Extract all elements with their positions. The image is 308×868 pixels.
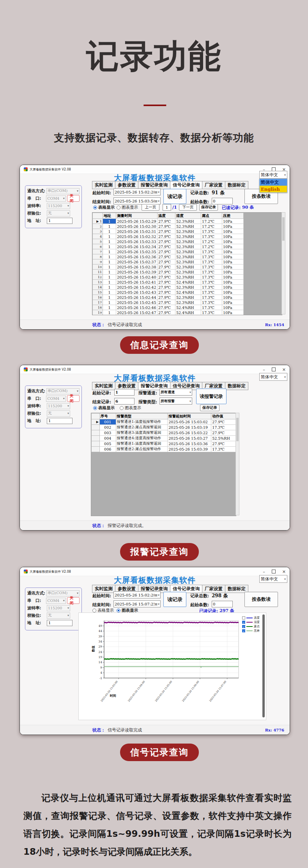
tab-实时监测[interactable]: 实时监测 — [92, 181, 115, 189]
language-select[interactable]: 简体中文 ▾ — [259, 373, 287, 381]
legend-checkbox[interactable]: ✓ — [242, 625, 245, 628]
table-row[interactable]: ▶ 001报警通道1:温度低报警动作2025-05-26 15:03:0227.… — [92, 419, 236, 425]
read-records-button[interactable]: 读记录 — [163, 189, 186, 204]
table-scrollbar[interactable] — [235, 413, 239, 515]
start-time-input[interactable]: 2025-05-26 15:02:28▦▾ — [113, 188, 161, 195]
alarm-type-select[interactable]: 所有报警▾ — [159, 398, 192, 405]
table-row[interactable]: 2012025-05-26 15:02:4827.9℃52.4%RH17.3℃1… — [93, 315, 244, 316]
read-by-count-button[interactable]: 按条数读 — [244, 592, 278, 607]
language-select[interactable]: 简体中文 ▾ — [259, 171, 287, 179]
tab-数据标定[interactable]: 数据标定 — [225, 181, 248, 189]
minimize-icon[interactable]: – — [263, 367, 265, 372]
end-time-input[interactable]: 2025-05-26 15:03:58▦▾ — [113, 197, 161, 204]
column-header[interactable]: 露点 — [201, 213, 222, 219]
tab-信号记录查询[interactable]: 信号记录查询 — [170, 181, 202, 189]
minimize-icon[interactable]: – — [263, 570, 265, 574]
column-header[interactable]: 湿度 — [175, 213, 201, 219]
language-option[interactable]: 简体中文 — [260, 179, 287, 186]
tab-厂家设置[interactable]: 厂家设置 — [202, 181, 225, 189]
table-row[interactable]: 1012025-05-26 15:02:3827.9℃52.3%RH17.3℃1… — [93, 264, 244, 270]
tab-实时监测[interactable]: 实时监测 — [92, 382, 115, 390]
close-port-button[interactable]: 关闭 — [67, 597, 80, 604]
parity-select[interactable]: 无▾ — [47, 410, 70, 417]
tab-报警记录查询[interactable]: 报警记录查询 — [138, 181, 170, 189]
column-header[interactable]: 地址 — [103, 213, 116, 219]
table-row[interactable]: 312025-05-26 15:02:3127.9℃52.3%RH17.3℃10… — [93, 229, 244, 234]
port-select[interactable]: COM4▾ — [46, 195, 65, 202]
close-icon[interactable]: × — [282, 570, 286, 574]
maximize-icon[interactable] — [272, 570, 276, 573]
column-header[interactable]: 动作值 — [211, 414, 236, 419]
address-input[interactable]: 1 — [47, 620, 73, 626]
start-record-input[interactable]: 1 — [114, 389, 135, 396]
tab-实时监测[interactable]: 实时监测 — [92, 585, 115, 593]
legend-checkbox[interactable]: ✓ — [242, 629, 245, 632]
chart-view-radio[interactable]: 图表显示 — [120, 405, 141, 411]
column-header[interactable]: 压差 — [222, 213, 244, 219]
save-records-button[interactable]: 保存记录 — [200, 405, 219, 411]
table-row[interactable]: 212025-05-26 15:02:3027.9℃52.3%RH17.2℃10… — [93, 224, 244, 229]
table-row[interactable]: 612025-05-26 15:02:3427.9℃52.3%RH17.2℃10… — [93, 244, 244, 249]
table-view-radio[interactable]: 表格显示 — [93, 405, 115, 411]
start-index-input[interactable]: 0 — [212, 601, 233, 607]
tab-数据标定[interactable]: 数据标定 — [225, 382, 248, 390]
address-input[interactable]: 1 — [47, 418, 73, 424]
port-select[interactable]: COM4▾ — [46, 598, 65, 604]
table-row[interactable]: 1412025-05-26 15:02:4227.9℃52.3%RH17.3℃1… — [93, 285, 244, 290]
table-row[interactable]: 712025-05-26 15:02:3527.9℃52.3%RH17.3℃10… — [93, 249, 244, 254]
table-row[interactable]: 002报警通道2:露点高报警返回2025-05-26 15:03:1917.3℃ — [92, 425, 236, 430]
start-index-input[interactable]: 0 — [212, 198, 233, 204]
table-row[interactable]: 1112025-05-26 15:02:3927.9℃52.3%RH17.3℃1… — [93, 270, 244, 275]
end-record-input[interactable]: 6 — [114, 398, 135, 405]
end-time-input[interactable]: 2025-05-26 15:07:25▦▾ — [113, 600, 161, 607]
language-select[interactable]: 简体中文 ▾ — [259, 575, 287, 583]
column-header[interactable]: 序号 — [99, 414, 116, 419]
table-row[interactable]: 1912025-05-26 15:02:4727.9℃52.4%RH17.3℃1… — [93, 310, 244, 315]
table-view-radio[interactable]: 表格显示 — [93, 205, 115, 210]
close-icon[interactable]: × — [282, 367, 286, 372]
table-row[interactable]: 812025-05-26 15:02:3627.9℃52.3%RH17.3℃10… — [93, 254, 244, 259]
parity-select[interactable]: 无▾ — [47, 210, 70, 217]
legend-checkbox[interactable]: ✓ — [242, 621, 245, 624]
column-header[interactable]: 测量时间 — [116, 213, 158, 219]
maximize-icon[interactable] — [272, 367, 276, 371]
table-row[interactable]: ▶ 112025-05-26 15:02:2927.9℃52.3%RH17.2℃… — [93, 219, 244, 224]
column-header[interactable]: 温度 — [158, 213, 175, 219]
read-alarm-records-button[interactable]: 读报警记录 — [196, 389, 227, 404]
prev-page-button[interactable]: 上一页 — [142, 204, 159, 211]
baud-select[interactable]: 115200▾ — [47, 605, 70, 611]
table-row[interactable]: 003报警通道3:温度高报警返回2025-05-26 15:03:2227.9℃ — [92, 430, 236, 436]
table-row[interactable]: 1712025-05-26 15:02:4527.9℃52.3%RH17.3℃1… — [93, 300, 244, 305]
table-scrollbar[interactable] — [281, 212, 285, 314]
table-row[interactable]: 912025-05-26 15:02:3727.9℃52.3%RH17.3℃10… — [93, 259, 244, 264]
table-row[interactable]: 1812025-05-26 15:02:4627.9℃52.4%RH17.3℃1… — [93, 305, 244, 310]
port-select[interactable]: COM4▾ — [46, 396, 65, 402]
table-row[interactable]: 1512025-05-26 15:02:4327.9℃52.4%RH17.3℃1… — [93, 290, 244, 295]
tab-厂家设置[interactable]: 厂家设置 — [202, 585, 225, 593]
save-records-button[interactable]: 保存记录 — [199, 204, 218, 211]
chart-view-radio[interactable]: 图表显示 — [117, 205, 138, 210]
table-row[interactable]: 1612025-05-26 15:02:4427.9℃52.3%RH17.3℃1… — [93, 295, 244, 300]
column-header[interactable]: 报警起始时间 — [168, 414, 211, 419]
baud-select[interactable]: 115200▾ — [47, 203, 70, 209]
language-option[interactable]: English — [260, 186, 287, 192]
start-time-input[interactable]: 2025-05-26 15:02:28▦▾ — [113, 591, 161, 598]
baud-select[interactable]: 115200▾ — [47, 403, 70, 409]
next-page-button[interactable]: 下一页 — [179, 204, 197, 211]
close-port-button[interactable]: 关闭 — [67, 195, 80, 202]
page-number-input[interactable]: 1 — [163, 204, 171, 211]
table-row[interactable]: 412025-05-26 15:02:3227.9℃52.3%RH17.3℃10… — [93, 234, 244, 239]
legend-checkbox[interactable] — [242, 616, 245, 619]
table-row[interactable]: 512025-05-26 15:02:3327.9℃52.3%RH17.2℃10… — [93, 239, 244, 244]
table-row[interactable]: 1212025-05-26 15:02:4027.9℃52.3%RH17.3℃1… — [93, 275, 244, 280]
table-row[interactable]: 005报警通道1:温度高报警返回2025-05-26 15:03:3627.9℃ — [92, 441, 236, 447]
address-input[interactable]: 1 — [47, 218, 73, 224]
alarm-channel-select[interactable]: 所有通道▾ — [159, 389, 192, 396]
close-port-button[interactable]: 关闭 — [67, 395, 80, 402]
table-row[interactable]: 1312025-05-26 15:02:4127.9℃52.4%RH17.3℃1… — [93, 280, 244, 285]
read-records-button[interactable]: 读记录 — [163, 592, 186, 607]
parity-select[interactable]: 无▾ — [47, 612, 70, 619]
chart-scrollbar[interactable] — [262, 614, 265, 717]
table-row[interactable]: 006报警通道2:露点低报警动作2025-05-26 15:03:3917.3℃ — [92, 447, 236, 452]
table-row[interactable]: 004报警通道4:湿度高报警动作2025-05-26 15:03:2752.5%… — [92, 436, 236, 441]
